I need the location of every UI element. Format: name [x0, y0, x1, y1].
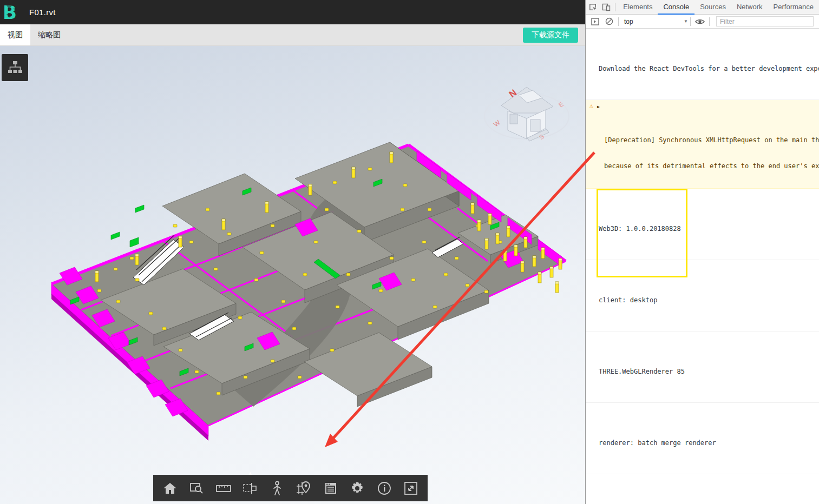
compass-east-label: E [557, 100, 565, 109]
toolbar-section-button[interactable]: ▲ [239, 478, 261, 499]
console-message: [Deprecation] Synchronous XMLHttpRequest… [586, 100, 819, 189]
toolbar-setting-button[interactable] [346, 478, 368, 499]
devtools-tab[interactable]: Performance [768, 0, 819, 15]
toolbar-information-button[interactable] [374, 478, 395, 499]
console-message: data from: merged [586, 474, 819, 504]
toolbar-property-button[interactable] [320, 478, 342, 499]
view-tab[interactable]: 视图 [0, 24, 30, 45]
device-toolbar-button[interactable] [599, 0, 613, 14]
devtools-panel: Elements Console Sources Network Perform… [585, 0, 819, 504]
property-list-icon [324, 482, 337, 495]
eye-icon [695, 18, 705, 25]
toolbar-map-button[interactable] [293, 478, 315, 499]
measure-ruler-icon [216, 482, 231, 494]
viewer-toolbar: ▲ [153, 475, 428, 501]
devtools-tab[interactable]: Sources [694, 0, 731, 15]
divider [690, 17, 691, 26]
download-source-button[interactable]: 下载源文件 [523, 28, 578, 43]
devtools-tab[interactable]: Console [658, 0, 694, 15]
console-sidebar-button[interactable] [588, 15, 602, 29]
divider [709, 17, 710, 26]
clear-console-button[interactable] [602, 15, 616, 29]
view-tab[interactable]: 缩略图 [30, 24, 68, 45]
setting-gear-icon [350, 481, 364, 495]
map-pin-icon [297, 481, 311, 496]
information-icon [377, 481, 391, 495]
console-message: Web3D: 1.0.0.20180828 [586, 189, 819, 260]
console-message: THREE.WebGLRenderer 85 [586, 331, 819, 403]
section-icon [243, 482, 258, 495]
live-expression-button[interactable] [693, 15, 707, 29]
context-selector[interactable]: top ▼ [624, 18, 688, 25]
model-viewport[interactable]: N E W S [0, 46, 585, 504]
warning-icon [589, 101, 593, 110]
devtools-tab[interactable]: Elements [618, 0, 658, 15]
model-tree-button[interactable] [2, 54, 28, 81]
divider [615, 3, 615, 11]
chevron-down-icon: ▼ [684, 19, 688, 24]
expand-caret-icon[interactable] [597, 102, 600, 111]
device-toolbar-icon [602, 3, 611, 11]
compass-west-label: W [492, 118, 502, 128]
toolbar-measure-button[interactable] [213, 478, 234, 499]
sidebar-toggle-icon [591, 18, 599, 25]
svg-text:B: B [3, 2, 17, 23]
toolbar-rectangle-select-button[interactable] [186, 478, 207, 499]
console-filter-input[interactable] [716, 16, 814, 26]
console-toolbar: top ▼ [586, 15, 819, 29]
devtools-tab[interactable]: Network [731, 0, 768, 15]
bim-viewer-app: B F01.rvt 视图 缩略图 下载源文件 [0, 0, 585, 504]
clear-console-icon [605, 17, 613, 25]
console-log-area[interactable]: Download the React DevTools for a better… [586, 29, 819, 504]
toolbar-walk-button[interactable] [266, 478, 288, 499]
toolbar-fullscreen-button[interactable] [400, 478, 422, 499]
page: B F01.rvt 视图 缩略图 下载源文件 [0, 0, 819, 504]
console-message: renderer: batch merge renderer [586, 403, 819, 474]
toolbar-home-button[interactable] [159, 478, 181, 499]
submenu-caret-icon: ▲ [248, 470, 253, 476]
model-tree-icon [7, 60, 23, 75]
console-message: Download the React DevTools for a better… [586, 29, 819, 100]
rectangle-select-icon [189, 482, 204, 495]
console-message: client: desktop [586, 260, 819, 331]
file-title: F01.rvt [29, 8, 56, 17]
divider [618, 17, 619, 26]
home-icon [163, 482, 177, 495]
inspect-cursor-icon [588, 3, 597, 11]
bimface-logo-icon: B [1, 1, 24, 24]
inspect-element-button[interactable] [586, 0, 599, 14]
fullscreen-icon [404, 481, 418, 495]
navigation-house-widget[interactable]: N E W S [481, 77, 573, 142]
walk-person-icon [272, 481, 282, 496]
devtools-tabstrip: Elements Console Sources Network Perform… [586, 0, 819, 15]
view-tabbar: 视图 缩略图 下载源文件 [0, 24, 585, 46]
app-topbar: B F01.rvt [0, 0, 585, 24]
